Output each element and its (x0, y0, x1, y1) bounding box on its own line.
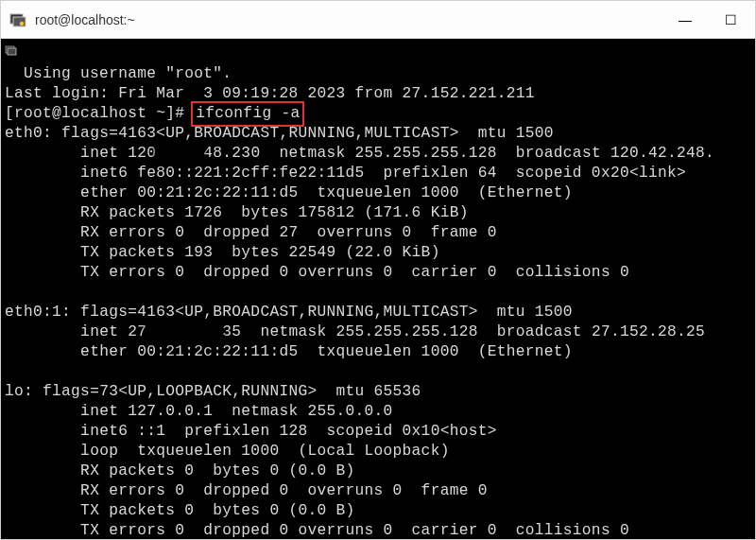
session-icon (5, 44, 18, 64)
lo-tx-packets: TX packets 0 bytes 0 (0.0 B) (5, 502, 355, 519)
eth0-header: eth0: flags=4163<UP,BROADCAST,RUNNING,MU… (5, 125, 554, 142)
last-login-line: Last login: Fri Mar 3 09:19:28 2023 from… (5, 85, 535, 102)
eth0-1-inet-post: 35 netmask 255.255.255.128 broadcast 27.… (222, 323, 705, 340)
terminal-icon (9, 10, 27, 29)
lo-rx-packets: RX packets 0 bytes 0 (0.0 B) (5, 462, 355, 479)
eth0-tx-packets: TX packets 193 bytes 22549 (22.0 KiB) (5, 244, 440, 261)
svg-rect-1 (13, 17, 26, 26)
eth0-inet-pre: inet 120 (5, 145, 156, 162)
terminal-output[interactable]: Using username "root". Last login: Fri M… (1, 39, 755, 539)
redacted-ip-2: .XXX.XX. (146, 322, 222, 342)
minimize-button[interactable]: — (674, 9, 696, 31)
command-highlight: ifconfig -a (191, 101, 304, 127)
eth0-rx-packets: RX packets 1726 bytes 175812 (171.6 KiB) (5, 204, 469, 221)
lo-loop: loop txqueuelen 1000 (Local Loopback) (5, 443, 450, 460)
window-title: root@localhost:~ (35, 12, 674, 27)
redacted-ip: .XX.X (156, 144, 203, 164)
lo-inet6: inet6 ::1 prefixlen 128 scopeid 0x10<hos… (5, 423, 497, 440)
eth0-tx-errors: TX errors 0 dropped 0 overruns 0 carrier… (5, 264, 629, 281)
eth0-inet6: inet6 fe80::221:2cff:fe22:11d5 prefixlen… (5, 165, 686, 182)
title-bar[interactable]: root@localhost:~ — ☐ (1, 1, 755, 39)
svg-rect-4 (8, 48, 16, 55)
eth0-rx-errors: RX errors 0 dropped 27 overruns 0 frame … (5, 224, 497, 241)
command-text: ifconfig -a (196, 105, 300, 122)
eth0-inet-post: 48.230 netmask 255.255.255.128 broadcast… (203, 145, 714, 162)
eth0-1-ether: ether 00:21:2c:22:11:d5 txqueuelen 1000 … (5, 343, 573, 360)
lo-header: lo: flags=73<UP,LOOPBACK,RUNNING> mtu 65… (5, 383, 421, 400)
eth0-1-inet-pre: inet 27 (5, 323, 146, 340)
terminal-window: root@localhost:~ — ☐ Using username "roo… (0, 0, 756, 540)
svg-point-2 (20, 21, 24, 25)
window-controls: — ☐ (674, 9, 747, 31)
eth0-1-header: eth0:1: flags=4163<UP,BROADCAST,RUNNING,… (5, 304, 573, 321)
prompt: [root@localhost ~]# (5, 105, 194, 122)
lo-inet: inet 127.0.0.1 netmask 255.0.0.0 (5, 403, 393, 420)
using-line: Using username "root". (5, 65, 232, 82)
lo-tx-errors: TX errors 0 dropped 0 overruns 0 carrier… (5, 522, 629, 539)
maximize-button[interactable]: ☐ (719, 9, 742, 31)
eth0-ether: ether 00:21:2c:22:11:d5 txqueuelen 1000 … (5, 184, 573, 201)
lo-rx-errors: RX errors 0 dropped 0 overruns 0 frame 0 (5, 482, 488, 499)
